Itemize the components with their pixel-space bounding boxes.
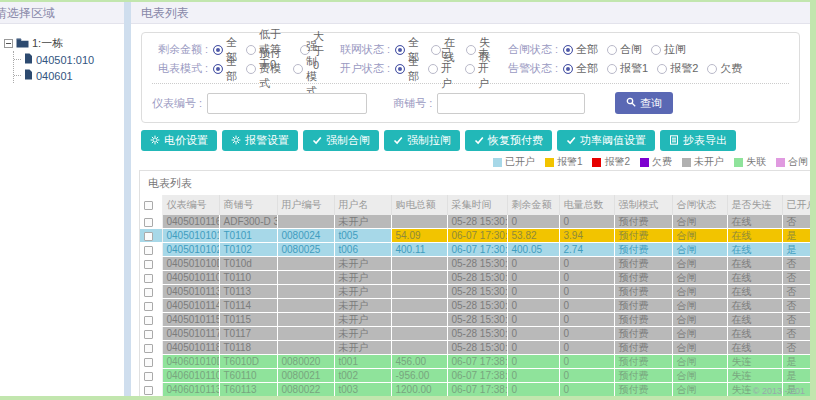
table-cell: 0: [507, 383, 559, 397]
table-row[interactable]: 0405010110T0110未开户05-28 15:30:0000预付费合闸在…: [140, 271, 810, 285]
table-cell: [391, 299, 447, 313]
table-row[interactable]: 0405010101T01010080024t00554.0906-07 17:…: [140, 229, 810, 243]
action-button[interactable]: 强制合闸: [303, 130, 379, 151]
radio-icon[interactable]: [465, 64, 475, 74]
radio-icon[interactable]: [657, 64, 667, 74]
tree-collapse-icon[interactable]: [4, 39, 13, 48]
action-button[interactable]: 功率阈值设置: [557, 130, 655, 151]
radio-option[interactable]: 全部: [213, 54, 237, 84]
radio-option[interactable]: 拉闸: [651, 42, 686, 57]
meter-no-label: 仪表编号 :: [152, 96, 202, 111]
row-checkbox-cell: [140, 215, 162, 229]
row-checkbox[interactable]: [144, 358, 153, 367]
table-cell: 预付费: [614, 355, 672, 369]
tree-leaf[interactable]: 040501:010: [14, 51, 122, 67]
radio-option[interactable]: 报警2: [657, 61, 698, 76]
table-cell: [277, 285, 334, 299]
table-cell: 预付费: [614, 271, 672, 285]
row-checkbox-cell: [140, 243, 162, 257]
table-row[interactable]: 0406010113T601130080022t0031200.0006-07 …: [140, 383, 810, 397]
meter-no-input[interactable]: [207, 93, 367, 114]
table-row[interactable]: 0405010114T0114未开户05-28 15:30:0000预付费合闸在…: [140, 299, 810, 313]
table-row[interactable]: 0405010102T01020080025t006400.1106-07 17…: [140, 243, 810, 257]
tree-node-label[interactable]: 1:一栋: [32, 36, 63, 51]
row-checkbox[interactable]: [144, 302, 153, 311]
table-cell: t006: [334, 243, 391, 257]
table-cell: 未开户: [334, 285, 391, 299]
table-row[interactable]: 0406010110T601100080021t002-956.0006-07 …: [140, 369, 810, 383]
row-checkbox[interactable]: [144, 288, 153, 297]
radio-icon[interactable]: [246, 64, 256, 74]
table-row[interactable]: 0405010113T0113未开户05-28 15:30:0000预付费合闸在…: [140, 285, 810, 299]
row-checkbox[interactable]: [144, 274, 153, 283]
radio-icon[interactable]: [213, 64, 223, 74]
table-cell: 合闸: [672, 299, 727, 313]
action-button[interactable]: 报警设置: [222, 130, 298, 151]
search-button[interactable]: 查询: [615, 92, 673, 114]
table-cell: 合闸: [672, 243, 727, 257]
radio-option[interactable]: 全部: [563, 42, 598, 57]
radio-icon[interactable]: [395, 64, 405, 74]
radio-icon[interactable]: [607, 45, 617, 55]
tree-leaf-label[interactable]: 040601: [36, 70, 73, 82]
table-row[interactable]: 040501010DT010d未开户05-28 15:30:0000预付费合闸在…: [140, 257, 810, 271]
row-checkbox[interactable]: [144, 386, 153, 395]
table-cell: [391, 215, 447, 229]
table-cell: 0405010113: [162, 285, 219, 299]
row-checkbox[interactable]: [144, 316, 153, 325]
table-cell: 06-07 17:38:00: [447, 369, 507, 383]
legend-label: 失联: [746, 155, 766, 169]
legend-label: 报警1: [557, 155, 583, 169]
row-checkbox[interactable]: [144, 246, 153, 255]
table-row[interactable]: 0405010116ADF300-D 3未开户05-28 15:30:0000预…: [140, 215, 810, 229]
row-checkbox[interactable]: [144, 260, 153, 269]
table-cell: 0: [559, 299, 614, 313]
radio-icon[interactable]: [428, 64, 438, 74]
table-cell: 06-07 17:30:00: [447, 243, 507, 257]
radio-icon[interactable]: [651, 45, 661, 55]
radio-icon[interactable]: [563, 64, 573, 74]
tree-leaf[interactable]: 040601: [14, 67, 122, 83]
panel-splitter[interactable]: [124, 2, 131, 396]
table-cell: 预付费: [614, 299, 672, 313]
action-button[interactable]: 恢复预付费: [465, 130, 552, 151]
select-all-checkbox[interactable]: [144, 201, 153, 210]
table-row[interactable]: 0405010115T0115未开户05-28 15:30:0000预付费合闸在…: [140, 313, 810, 327]
table-cell: 1200.00: [391, 383, 447, 397]
tree-node-root[interactable]: 1:一栋: [4, 36, 122, 51]
radio-icon[interactable]: [607, 64, 617, 74]
legend-item: 合闸: [776, 155, 808, 169]
radio-option[interactable]: 已开户: [428, 46, 456, 91]
radio-option[interactable]: 报警1: [607, 61, 648, 76]
row-checkbox[interactable]: [144, 218, 153, 227]
radio-option[interactable]: 未开户: [465, 46, 493, 91]
radio-icon[interactable]: [293, 64, 303, 74]
radio-option[interactable]: 预付费模式: [246, 46, 284, 91]
action-button[interactable]: 强制拉闸: [384, 130, 460, 151]
table-cell: 05-28 15:30:00: [447, 285, 507, 299]
radio-option[interactable]: 全部: [563, 61, 598, 76]
file-icon: [24, 53, 33, 66]
legend-swatch: [640, 158, 649, 167]
shop-no-label: 商铺号 :: [393, 96, 432, 111]
row-checkbox[interactable]: [144, 330, 153, 339]
legend-swatch: [682, 158, 691, 167]
table-row[interactable]: 0405010117T0117未开户05-28 15:30:0000预付费合闸在…: [140, 327, 810, 341]
radio-option[interactable]: 合闸: [607, 42, 642, 57]
action-button[interactable]: 电价设置: [141, 130, 217, 151]
table-row[interactable]: 040601010DT6010D0080020t001456.0006-07 1…: [140, 355, 810, 369]
row-checkbox[interactable]: [144, 372, 153, 381]
radio-icon[interactable]: [563, 45, 573, 55]
radio-option[interactable]: 欠费: [707, 61, 742, 76]
radio-option[interactable]: 全部: [395, 54, 419, 84]
radio-icon[interactable]: [707, 64, 717, 74]
app-window: 请选择区域 1:一栋 040501:010: [0, 0, 816, 400]
tree-leaf-label[interactable]: 040501:010: [36, 54, 94, 66]
action-button[interactable]: 抄表导出: [660, 130, 736, 151]
table-row[interactable]: 0405010118T0118未开户05-28 15:30:0000预付费合闸在…: [140, 341, 810, 355]
row-checkbox[interactable]: [144, 344, 153, 353]
radio-option[interactable]: 强制模式: [293, 39, 325, 99]
shop-no-input[interactable]: [437, 93, 585, 114]
row-checkbox[interactable]: [144, 232, 153, 241]
column-header: 是否失连: [727, 195, 782, 215]
